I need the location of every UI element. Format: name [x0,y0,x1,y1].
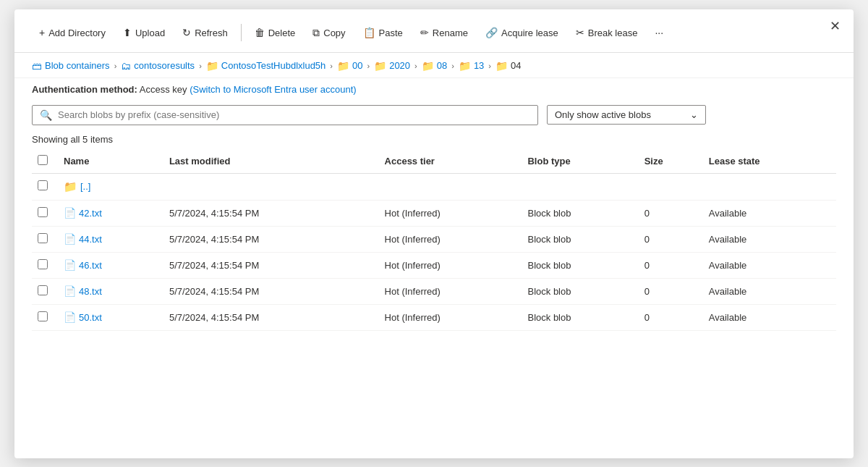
contosotesthub-icon: 📁 [206,60,218,72]
row-checkbox-cell [32,226,58,252]
row-checkbox-cell [32,252,58,278]
refresh-button[interactable]: ↻ Refresh [175,22,235,43]
row-blob-type-cell: Block blob [522,278,638,304]
toolbar-divider-1 [241,24,242,41]
row-checkbox[interactable] [38,259,48,269]
row-access-tier-cell: Hot (Inferred) [379,200,522,226]
breadcrumb-contosotesthub-label: ContosoTestHubdlxlud5h [221,60,326,71]
row-checkbox[interactable] [38,311,48,321]
delete-icon: 🗑 [255,27,265,38]
breadcrumb-13[interactable]: 📁 13 [459,60,484,72]
filter-label: Only show active blobs [555,109,651,120]
upload-label: Upload [135,28,165,38]
auth-value-text: Access key [140,84,187,95]
row-lease-state-cell: Available [703,252,836,278]
add-directory-button[interactable]: + Add Directory [32,22,113,43]
file-icon: 📄 [64,233,76,245]
add-icon: + [39,27,45,38]
table-row: 📄46.txt5/7/2024, 4:15:54 PMHot (Inferred… [32,252,836,278]
file-link[interactable]: 48.txt [79,286,102,297]
row-checkbox-cell [32,304,58,330]
refresh-icon: ↻ [182,27,191,38]
select-all-checkbox[interactable] [38,155,48,165]
search-input[interactable] [58,109,530,120]
row-size-cell: 0 [639,278,703,304]
08-icon: 📁 [422,60,434,72]
breadcrumb-sep-1: › [114,62,117,70]
refresh-label: Refresh [195,28,228,38]
table-header-row: Name Last modified Access tier Blob type… [32,148,836,174]
breadcrumb-sep-6: › [451,62,454,70]
breadcrumb-04-label: 04 [511,60,521,71]
table-row: 📄44.txt5/7/2024, 4:15:54 PMHot (Inferred… [32,226,836,252]
folder-link[interactable]: [..] [80,181,90,192]
00-icon: 📁 [337,60,349,72]
close-button[interactable]: ✕ [830,20,841,33]
acquire-lease-button[interactable]: 🔗 Acquire lease [478,22,566,43]
row-checkbox[interactable] [38,233,48,243]
row-name-cell: 📄44.txt [58,226,163,252]
row-checkbox[interactable] [38,180,48,190]
more-icon: ··· [655,27,663,38]
breadcrumb-blob-containers[interactable]: 🗃 Blob containers [32,60,110,72]
rename-label: Rename [433,28,468,38]
break-lease-button[interactable]: ✂ Break lease [569,22,645,43]
row-name-cell: 📁[..] [58,173,163,200]
breadcrumb-08[interactable]: 📁 08 [422,60,447,72]
file-icon: 📄 [64,259,76,271]
row-access-tier-cell: Hot (Inferred) [379,278,522,304]
breadcrumb-2020[interactable]: 📁 2020 [374,60,410,72]
acquire-lease-label: Acquire lease [501,28,558,38]
row-checkbox-cell [32,173,58,200]
copy-label: Copy [323,28,345,38]
copy-button[interactable]: ⧉ Copy [305,22,352,43]
upload-button[interactable]: ⬆ Upload [116,22,172,43]
storage-explorer-panel: ✕ + Add Directory ⬆ Upload ↻ Refresh 🗑 D… [14,9,854,458]
breadcrumb-contosotesthub[interactable]: 📁 ContosoTestHubdlxlud5h [206,60,326,72]
breadcrumb-blob-containers-label: Blob containers [45,60,110,71]
row-lease-state-cell [703,173,836,200]
breadcrumb-2020-label: 2020 [389,60,410,71]
row-lease-state-cell: Available [703,226,836,252]
acquire-lease-icon: 🔗 [485,27,498,38]
row-access-tier-cell [379,173,522,200]
breadcrumb-04: 📁 04 [495,60,521,72]
breadcrumb-00-label: 00 [352,60,362,71]
file-link[interactable]: 46.txt [79,260,102,271]
breadcrumb-contosoresults[interactable]: 🗂 contosoresults [121,60,195,72]
breadcrumb-00[interactable]: 📁 00 [337,60,362,72]
2020-icon: 📁 [374,60,386,72]
col-blob-type: Blob type [522,148,638,174]
table-row: 📄50.txt5/7/2024, 4:15:54 PMHot (Inferred… [32,304,836,330]
file-link[interactable]: 42.txt [79,208,102,219]
row-access-tier-cell: Hot (Inferred) [379,226,522,252]
toolbar: + Add Directory ⬆ Upload ↻ Refresh 🗑 Del… [14,9,854,53]
rename-icon: ✏ [420,27,429,38]
row-lease-state-cell: Available [703,278,836,304]
row-last-modified-cell: 5/7/2024, 4:15:54 PM [163,278,379,304]
delete-button[interactable]: 🗑 Delete [247,22,303,43]
more-button[interactable]: ··· [647,22,671,43]
table-row: 📄42.txt5/7/2024, 4:15:54 PMHot (Inferred… [32,200,836,226]
col-name: Name [58,148,163,174]
breadcrumb-contosoresults-label: contosoresults [134,60,195,71]
row-access-tier-cell: Hot (Inferred) [379,304,522,330]
auth-row: Authentication method: Access key (Switc… [14,78,854,99]
file-icon: 📄 [64,207,76,219]
row-checkbox[interactable] [38,285,48,295]
file-link[interactable]: 44.txt [79,234,102,245]
file-link[interactable]: 50.txt [79,312,102,323]
file-icon: 📄 [64,285,76,297]
row-checkbox[interactable] [38,207,48,217]
row-name-cell: 📄48.txt [58,278,163,304]
filter-dropdown[interactable]: Only show active blobs ⌄ [547,105,706,125]
paste-button[interactable]: 📋 Paste [356,22,410,43]
search-box: 🔍 [32,105,538,125]
rename-button[interactable]: ✏ Rename [413,22,475,43]
break-lease-label: Break lease [588,28,638,38]
row-lease-state-cell: Available [703,200,836,226]
auth-switch-link[interactable]: (Switch to Microsoft Entra user account) [190,84,356,95]
col-lease-state: Lease state [703,148,836,174]
row-checkbox-cell [32,278,58,304]
select-all-cell [32,148,58,174]
